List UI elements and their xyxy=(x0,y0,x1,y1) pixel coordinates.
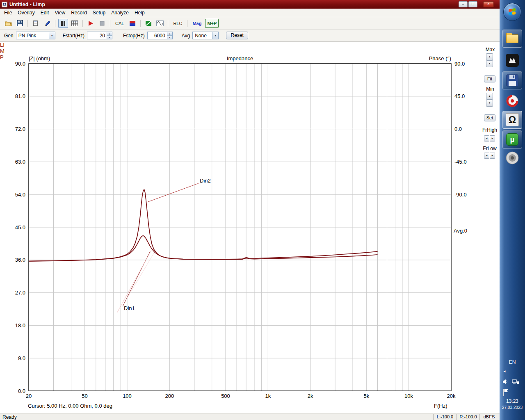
status-text: Ready xyxy=(2,414,17,420)
action-center-flag-icon[interactable] xyxy=(503,389,509,398)
taskbar-item-player[interactable] xyxy=(504,93,520,109)
taskbar: Ω µ EN ◄ 13:23 27.03.2023 xyxy=(500,0,525,420)
document-icon xyxy=(33,20,39,26)
menu-setup[interactable]: Setup xyxy=(90,9,108,16)
averaging-select[interactable]: None ▼ xyxy=(192,32,219,39)
sine-generator-button[interactable] xyxy=(155,19,165,28)
taskbar-item-utorrent[interactable]: µ xyxy=(502,130,522,148)
frlow-right-button[interactable]: ► xyxy=(490,153,495,159)
taskbar-item-file-manager[interactable] xyxy=(502,71,522,89)
close-button[interactable]: × xyxy=(483,1,494,7)
y-left-tick-label: 54.0 xyxy=(15,192,25,198)
menu-help[interactable]: Help xyxy=(132,9,148,16)
reset-button[interactable]: Reset xyxy=(226,32,248,39)
min-down-button[interactable]: ▼ xyxy=(486,100,493,107)
fstart-stepper[interactable]: ▲ ▼ xyxy=(107,32,112,39)
chevron-down-icon[interactable]: ▼ xyxy=(212,32,218,39)
green-analyzer-icon xyxy=(145,21,152,26)
spin-up-icon[interactable]: ▲ xyxy=(107,32,112,35)
dark-media-app-icon xyxy=(506,54,519,67)
fstop-input[interactable]: 6000 ▲ ▼ xyxy=(147,32,173,39)
annotation-line xyxy=(126,252,155,299)
start-button[interactable] xyxy=(503,3,521,21)
y-left-tick-label: 81.0 xyxy=(15,93,25,99)
x-tick-label: 5k xyxy=(363,393,369,399)
volume-tray-icon[interactable] xyxy=(502,379,509,386)
averaging-value: None xyxy=(193,33,212,39)
magnitude-phase-button[interactable]: M+P xyxy=(205,19,219,28)
level-unit: dBFS xyxy=(479,414,498,420)
save-button[interactable] xyxy=(15,19,25,28)
language-indicator[interactable]: EN xyxy=(500,359,525,365)
spin-down-icon[interactable]: ▼ xyxy=(167,35,172,39)
frhigh-left-button[interactable]: ◄ xyxy=(484,135,489,142)
y-left-tick-label: 27.0 xyxy=(15,290,25,296)
play-icon xyxy=(88,21,94,26)
table-view-button[interactable] xyxy=(70,19,80,28)
pause-button[interactable] xyxy=(58,19,68,28)
frlow-label: FrLow xyxy=(482,146,498,151)
fstart-input[interactable]: 20 ▲ ▼ xyxy=(87,32,112,39)
fit-button[interactable]: Fit xyxy=(484,75,495,82)
taskbar-item-media-app[interactable] xyxy=(504,52,520,68)
red-swirl-icon xyxy=(506,94,519,107)
curve-din2 xyxy=(29,189,378,261)
date[interactable]: 27.03.2023 xyxy=(500,405,525,410)
rlc-button[interactable]: RLC xyxy=(171,19,184,28)
folder-open-icon xyxy=(5,21,12,26)
app-icon: Ω xyxy=(2,2,7,7)
minimize-button[interactable]: – xyxy=(459,1,468,7)
calibrate-button[interactable]: CAL xyxy=(113,19,126,28)
sine-wave-icon xyxy=(156,21,164,26)
start-recording-button[interactable] xyxy=(86,19,96,28)
network-tray-icon[interactable] xyxy=(512,379,519,386)
x-tick-label: 200 xyxy=(165,393,174,399)
tray-expand-arrow[interactable]: ◄ xyxy=(503,370,506,373)
set-button[interactable]: Set xyxy=(484,114,495,121)
max-down-button[interactable]: ▼ xyxy=(486,60,493,67)
open-file-button[interactable] xyxy=(3,19,13,28)
toolbar-separator xyxy=(82,20,83,27)
titlebar[interactable]: Ω Untitled - Limp – □ × xyxy=(0,0,500,9)
channel-flag-button[interactable] xyxy=(128,19,137,28)
menu-edit[interactable]: Edit xyxy=(38,9,52,16)
taskbar-item-limp[interactable]: Ω xyxy=(502,111,522,129)
spin-down-icon[interactable]: ▼ xyxy=(107,35,112,39)
taskbar-item-speaker-app[interactable] xyxy=(504,150,520,166)
min-up-button[interactable]: ▲ xyxy=(486,93,493,100)
menubar: File Overlay Edit View Record Setup Anal… xyxy=(0,9,500,17)
frhigh-right-button[interactable]: ► xyxy=(490,135,495,142)
magnitude-button[interactable]: Mag xyxy=(190,19,203,28)
menu-analyze[interactable]: Analyze xyxy=(108,9,132,16)
spectrum-analyzer-button[interactable] xyxy=(144,19,153,28)
generator-select[interactable]: PN Pink ▼ xyxy=(16,32,55,39)
pen-icon xyxy=(44,20,50,26)
pause-icon xyxy=(61,21,66,26)
frlow-left-button[interactable]: ◄ xyxy=(484,153,489,159)
stop-recording-button[interactable] xyxy=(97,19,107,28)
menu-file[interactable]: File xyxy=(1,9,15,16)
toolbar-separator xyxy=(187,20,187,27)
menu-record[interactable]: Record xyxy=(68,9,90,16)
copy-document-button[interactable] xyxy=(31,19,41,28)
fstop-stepper[interactable]: ▲ ▼ xyxy=(167,32,172,39)
menu-view[interactable]: View xyxy=(52,9,68,16)
annotation-line xyxy=(117,250,151,313)
clock[interactable]: 13:23 xyxy=(500,398,525,404)
table-icon xyxy=(71,21,78,26)
max-up-button[interactable]: ▲ xyxy=(486,53,493,60)
x-tick-label: 20k xyxy=(447,393,456,399)
min-label: Min xyxy=(484,86,496,92)
taskbar-item-explorer[interactable] xyxy=(502,30,522,48)
y-left-tick-label: 72.0 xyxy=(15,126,25,132)
measurement-settings-bar: Gen PN Pink ▼ Fstart(Hz) 20 ▲ ▼ Fstop(Hz… xyxy=(0,30,500,42)
max-label: Max xyxy=(484,47,496,52)
floppy-icon xyxy=(17,20,23,26)
chevron-down-icon[interactable]: ▼ xyxy=(49,32,55,39)
toolbar-separator xyxy=(27,20,28,27)
edit-pen-button[interactable] xyxy=(42,19,52,28)
window-title: Untitled - Limp xyxy=(9,2,45,7)
spin-up-icon[interactable]: ▲ xyxy=(167,32,172,35)
maximize-button[interactable]: □ xyxy=(468,1,477,7)
menu-overlay[interactable]: Overlay xyxy=(15,9,37,16)
